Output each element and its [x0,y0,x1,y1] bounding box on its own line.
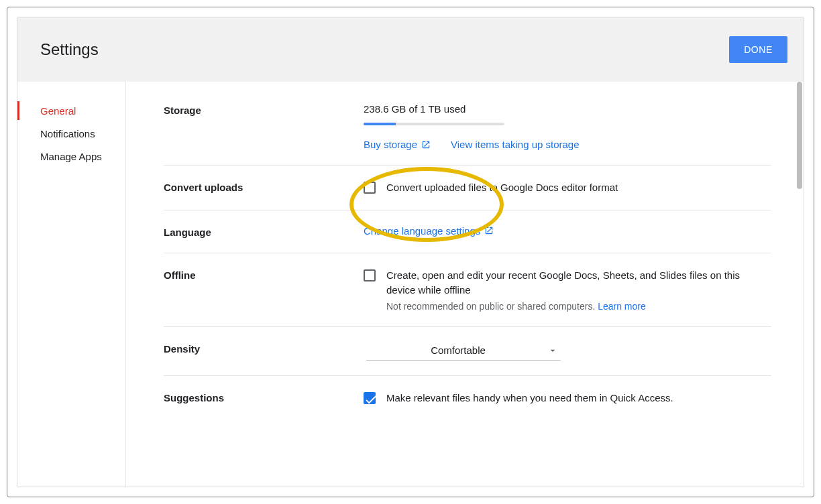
density-select[interactable]: Comfortable [366,342,561,361]
settings-content: Storage 238.6 GB of 1 TB used Buy storag… [126,82,804,487]
settings-dialog-frame: Settings DONE General Notifications Mana… [7,7,814,497]
done-button[interactable]: DONE [729,36,787,63]
offline-learn-more-link[interactable]: Learn more [598,301,646,312]
storage-progress-bar [364,123,504,125]
offline-text-block: Create, open and edit your recent Google… [386,268,771,312]
convert-uploads-row: Convert uploaded files to Google Docs ed… [364,180,771,195]
suggestions-checkbox[interactable] [364,392,376,404]
dialog-title: Settings [40,40,99,59]
section-label-suggestions: Suggestions [164,391,364,405]
section-body-density: Comfortable [364,342,771,361]
convert-uploads-label: Convert uploaded files to Google Docs ed… [386,180,618,195]
section-convert-uploads: Convert uploads Convert uploaded files t… [164,166,771,210]
suggestions-row: Make relevant files handy when you need … [364,391,771,405]
density-value: Comfortable [369,344,547,356]
view-storage-items-label: View items taking up storage [451,139,580,150]
storage-links: Buy storage View items taking up storage [364,139,771,150]
change-language-label: Change language settings [364,225,480,237]
dialog-header: Settings DONE [17,17,804,82]
settings-dialog: Settings DONE General Notifications Mana… [17,17,804,487]
section-label-density: Density [164,342,364,361]
section-offline: Offline Create, open and edit your recen… [164,253,771,328]
section-body-language: Change language settings [364,225,771,238]
external-link-icon [421,140,431,149]
buy-storage-link[interactable]: Buy storage [364,139,431,150]
offline-row: Create, open and edit your recent Google… [364,268,771,312]
offline-checkbox[interactable] [364,269,376,281]
section-label-offline: Offline [164,268,364,312]
section-suggestions: Suggestions Make relevant files handy wh… [164,376,771,420]
offline-subtext: Not recommended on public or shared comp… [386,301,595,312]
section-body-convert: Convert uploaded files to Google Docs ed… [364,180,771,195]
section-language: Language Change language settings [164,210,771,253]
section-body-storage: 238.6 GB of 1 TB used Buy storage View i… [364,103,771,150]
storage-usage-text: 238.6 GB of 1 TB used [364,103,771,115]
section-density: Density Comfortable [164,327,771,376]
sidebar-item-label: Notifications [40,128,95,139]
convert-uploads-checkbox[interactable] [364,182,376,194]
view-storage-items-link[interactable]: View items taking up storage [451,139,580,150]
sidebar-item-label: Manage Apps [40,151,102,162]
section-label-language: Language [164,225,364,238]
buy-storage-label: Buy storage [364,139,417,150]
sidebar: General Notifications Manage Apps [17,82,126,487]
scrollbar[interactable] [796,82,803,487]
storage-progress-fill [364,123,396,125]
section-body-offline: Create, open and edit your recent Google… [364,268,771,312]
scrollbar-thumb[interactable] [797,82,802,189]
sidebar-item-general[interactable]: General [17,99,125,122]
change-language-link[interactable]: Change language settings [364,225,494,237]
sidebar-item-label: General [40,105,76,117]
offline-label: Create, open and edit your recent Google… [386,268,771,298]
section-storage: Storage 238.6 GB of 1 TB used Buy storag… [164,98,771,166]
check-icon [364,392,378,407]
external-link-icon [484,226,494,235]
sidebar-item-manage-apps[interactable]: Manage Apps [17,145,125,168]
dialog-body: General Notifications Manage Apps Storag… [17,82,804,487]
sidebar-item-notifications[interactable]: Notifications [17,122,125,145]
chevron-down-icon [547,345,558,356]
offline-subtext-row: Not recommended on public or shared comp… [386,301,771,312]
suggestions-label: Make relevant files handy when you need … [386,391,673,405]
section-body-suggestions: Make relevant files handy when you need … [364,391,771,405]
section-label-storage: Storage [164,103,364,150]
section-label-convert: Convert uploads [164,180,364,195]
